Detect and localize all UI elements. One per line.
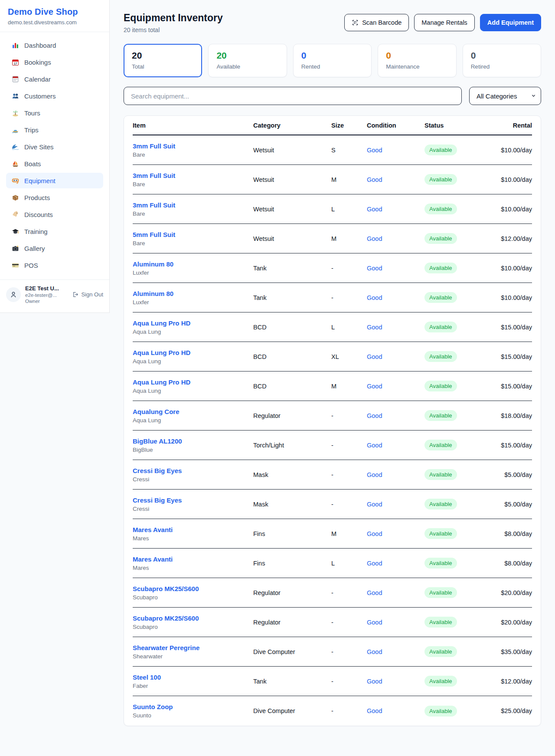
- status-badge: Available: [424, 706, 457, 717]
- item-condition-link[interactable]: Good: [367, 530, 424, 537]
- item-name-link[interactable]: Mares Avanti: [133, 555, 253, 563]
- item-name-link[interactable]: Scubapro MK25/S600: [133, 585, 253, 592]
- item-condition-link[interactable]: Good: [367, 648, 424, 655]
- stat-card-maintenance[interactable]: 0Maintenance: [378, 44, 456, 77]
- stat-label: Total: [132, 63, 194, 70]
- item-size: -: [331, 442, 367, 449]
- item-size: -: [331, 501, 367, 508]
- status-badge: Available: [424, 263, 457, 273]
- item-rental-price: $25.00/day: [482, 707, 532, 714]
- sidebar-item-discounts[interactable]: Discounts: [6, 207, 103, 222]
- sidebar-item-label: POS: [24, 262, 38, 269]
- item-status-cell: Available: [424, 440, 482, 450]
- item-name-link[interactable]: BigBlue AL1200: [133, 437, 253, 445]
- sidebar-item-pos[interactable]: POS: [6, 257, 103, 273]
- item-condition-link[interactable]: Good: [367, 678, 424, 685]
- item-brand: Cressi: [133, 476, 253, 483]
- item-name-link[interactable]: Aluminum 80: [133, 290, 253, 297]
- item-condition-link[interactable]: Good: [367, 353, 424, 360]
- item-condition-link[interactable]: Good: [367, 176, 424, 183]
- item-name-link[interactable]: Aqua Lung Pro HD: [133, 349, 253, 356]
- item-condition-link[interactable]: Good: [367, 707, 424, 714]
- sidebar-item-bookings[interactable]: 17Bookings: [6, 54, 103, 70]
- item-name-link[interactable]: Suunto Zoop: [133, 703, 253, 710]
- sidebar-item-customers[interactable]: Customers: [6, 88, 103, 104]
- stat-label: Rented: [301, 63, 363, 70]
- item-name-link[interactable]: Aqualung Core: [133, 408, 253, 415]
- stat-card-rented[interactable]: 0Rented: [293, 44, 372, 77]
- item-rental-price: $35.00/day: [482, 648, 532, 655]
- svg-text:17: 17: [13, 62, 17, 65]
- item-name-link[interactable]: Scubapro MK25/S600: [133, 615, 253, 622]
- item-condition-link[interactable]: Good: [367, 265, 424, 272]
- sidebar-item-boats[interactable]: Boats: [6, 156, 103, 171]
- item-status-cell: Available: [424, 263, 482, 273]
- item-condition-link[interactable]: Good: [367, 383, 424, 390]
- sidebar-item-label: Tours: [24, 109, 40, 117]
- item-condition-link[interactable]: Good: [367, 442, 424, 449]
- sidebar-item-calendar[interactable]: Calendar: [6, 71, 103, 87]
- search-input[interactable]: [124, 87, 462, 105]
- item-rental-price: $5.00/day: [482, 501, 532, 508]
- column-header-status: Status: [424, 116, 482, 135]
- item-rental-price: $12.00/day: [482, 235, 532, 242]
- item-category: Wetsuit: [253, 176, 331, 183]
- item-size: L: [331, 324, 367, 331]
- item-condition-link[interactable]: Good: [367, 206, 424, 213]
- sidebar-item-products[interactable]: Products: [6, 190, 103, 205]
- stat-card-available[interactable]: 20Available: [208, 44, 287, 77]
- stat-card-total[interactable]: 20Total: [124, 44, 202, 77]
- table-row: Aqualung Core Aqua Lung Regulator - Good…: [133, 401, 532, 431]
- item-condition-link[interactable]: Good: [367, 235, 424, 242]
- item-name-link[interactable]: Shearwater Peregrine: [133, 644, 253, 651]
- stat-value: 20: [132, 50, 194, 61]
- status-badge: Available: [424, 174, 457, 185]
- sign-out-button[interactable]: Sign Out: [72, 291, 103, 298]
- scan-barcode-button[interactable]: Scan Barcode: [344, 14, 409, 31]
- item-name-link[interactable]: Cressi Big Eyes: [133, 467, 253, 474]
- item-condition-link[interactable]: Good: [367, 471, 424, 478]
- sidebar-item-gallery[interactable]: Gallery: [6, 240, 103, 256]
- sidebar-item-training[interactable]: Training: [6, 224, 103, 239]
- table-row: 3mm Full Suit Bare Wetsuit S Good Availa…: [133, 135, 532, 165]
- sidebar-item-equipment[interactable]: Equipment: [6, 173, 103, 188]
- add-equipment-button[interactable]: Add Equipment: [480, 14, 541, 31]
- item-size: M: [331, 383, 367, 390]
- sidebar-item-dashboard[interactable]: Dashboard: [6, 37, 103, 53]
- item-name-link[interactable]: Aluminum 80: [133, 260, 253, 268]
- item-brand: Faber: [133, 683, 253, 689]
- item-name-link[interactable]: 3mm Full Suit: [133, 172, 253, 179]
- item-condition-link[interactable]: Good: [367, 412, 424, 419]
- sidebar-item-trips[interactable]: Trips: [6, 122, 103, 138]
- item-name-link[interactable]: Aqua Lung Pro HD: [133, 378, 253, 386]
- table-row: Aluminum 80 Luxfer Tank - Good Available…: [133, 253, 532, 283]
- item-condition-link[interactable]: Good: [367, 619, 424, 626]
- item-category: Regulator: [253, 589, 331, 596]
- item-condition-link[interactable]: Good: [367, 324, 424, 331]
- item-condition-link[interactable]: Good: [367, 501, 424, 508]
- item-condition-link[interactable]: Good: [367, 560, 424, 567]
- item-name-link[interactable]: Steel 100: [133, 674, 253, 681]
- manage-rentals-button[interactable]: Manage Rentals: [414, 14, 475, 31]
- item-rental-price: $12.00/day: [482, 678, 532, 685]
- item-name-link[interactable]: 3mm Full Suit: [133, 201, 253, 209]
- item-status-cell: Available: [424, 204, 482, 214]
- item-name-link[interactable]: Cressi Big Eyes: [133, 496, 253, 504]
- sidebar-item-tours[interactable]: Tours: [6, 105, 103, 121]
- category-select[interactable]: All Categories: [469, 87, 541, 105]
- item-name-link[interactable]: 5mm Full Suit: [133, 231, 253, 238]
- item-name-link[interactable]: Mares Avanti: [133, 526, 253, 533]
- item-category: BCD: [253, 383, 331, 390]
- dive-mask-icon: [11, 177, 19, 184]
- item-name-link[interactable]: Aqua Lung Pro HD: [133, 319, 253, 327]
- stat-value: 0: [301, 50, 363, 61]
- stat-card-retired[interactable]: 0Retired: [463, 44, 541, 77]
- item-condition-link[interactable]: Good: [367, 589, 424, 596]
- item-condition-link[interactable]: Good: [367, 147, 424, 154]
- item-condition-link[interactable]: Good: [367, 294, 424, 301]
- item-name-link[interactable]: 3mm Full Suit: [133, 142, 253, 150]
- sidebar-item-dive-sites[interactable]: Dive Sites: [6, 139, 103, 154]
- status-badge: Available: [424, 440, 457, 450]
- item-status-cell: Available: [424, 292, 482, 303]
- item-size: M: [331, 176, 367, 183]
